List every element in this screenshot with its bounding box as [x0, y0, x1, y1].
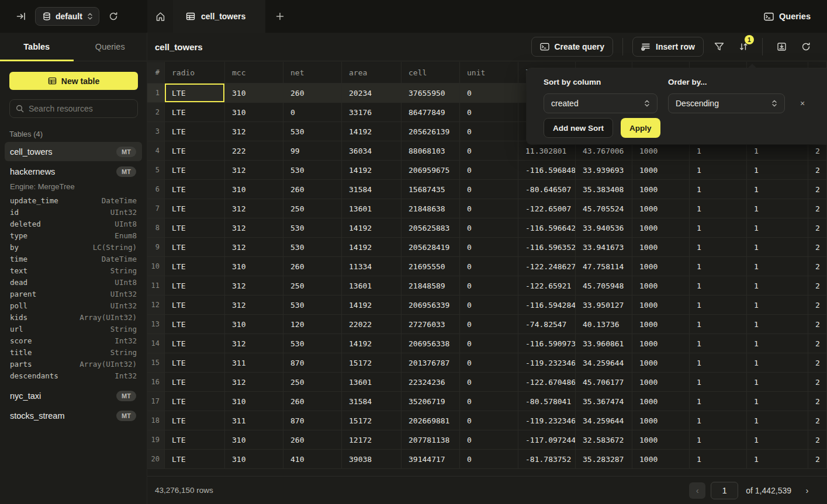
table-cell[interactable]: 2: [808, 411, 827, 430]
table-cell[interactable]: 1: [690, 296, 747, 315]
table-cell[interactable]: 2: [808, 199, 827, 218]
table-cell[interactable]: 1000: [632, 218, 690, 238]
table-cell[interactable]: 222: [225, 141, 283, 161]
table-cell[interactable]: LTE: [165, 84, 225, 103]
table-cell[interactable]: 2: [808, 238, 827, 257]
table-cell[interactable]: -116.590973: [518, 334, 576, 353]
table-cell[interactable]: 2: [808, 353, 827, 373]
table-cell[interactable]: LTE: [165, 392, 225, 411]
table-cell[interactable]: 0: [460, 180, 518, 199]
table-cell[interactable]: -116.596642: [518, 218, 576, 238]
table-cell[interactable]: LTE: [165, 353, 225, 373]
table-cell[interactable]: 32.583672: [576, 430, 632, 450]
table-cell[interactable]: 47.758114: [576, 257, 632, 276]
table-cell[interactable]: 15172: [342, 411, 402, 430]
refresh-table-button[interactable]: [797, 37, 815, 56]
table-cell[interactable]: 1: [690, 199, 747, 218]
table-cell[interactable]: 1000: [632, 373, 690, 392]
table-cell[interactable]: 206956338: [402, 334, 460, 353]
table-cell[interactable]: 0: [460, 353, 518, 373]
table-cell[interactable]: 86477849: [402, 103, 460, 122]
table-cell[interactable]: 1: [690, 430, 747, 450]
table-cell[interactable]: 0: [460, 84, 518, 103]
table-cell[interactable]: -122.248627: [518, 257, 576, 276]
table-cell[interactable]: -74.82547: [518, 315, 576, 334]
table-cell[interactable]: 530: [283, 161, 342, 180]
table-cell[interactable]: 40.13736: [576, 315, 632, 334]
table-cell[interactable]: 88068103: [402, 141, 460, 161]
table-cell[interactable]: -122.65007: [518, 199, 576, 218]
table-cell[interactable]: 1: [690, 315, 747, 334]
table-cell[interactable]: 14192: [342, 218, 402, 238]
filter-button[interactable]: [710, 37, 728, 56]
table-cell[interactable]: 1000: [632, 257, 690, 276]
table-cell[interactable]: 0: [460, 141, 518, 161]
table-cell[interactable]: 0: [460, 238, 518, 257]
table-cell[interactable]: 260: [283, 257, 342, 276]
table-cell[interactable]: 1: [690, 257, 747, 276]
table-cell[interactable]: 21695550: [402, 257, 460, 276]
table-cell[interactable]: LTE: [165, 315, 225, 334]
table-cell[interactable]: 2: [808, 161, 827, 180]
table-cell[interactable]: 205625883: [402, 218, 460, 238]
table-cell[interactable]: 2: [808, 276, 827, 296]
table-cell[interactable]: 1000: [632, 392, 690, 411]
table-cell[interactable]: 0: [460, 161, 518, 180]
table-cell[interactable]: 1: [690, 180, 747, 199]
table-cell[interactable]: 2: [808, 334, 827, 353]
table-cell[interactable]: 1: [747, 161, 808, 180]
table-cell[interactable]: 14192: [342, 161, 402, 180]
table-cell[interactable]: 99: [283, 141, 342, 161]
table-cell[interactable]: 1: [747, 276, 808, 296]
download-button[interactable]: [772, 37, 791, 56]
table-cell[interactable]: 0: [460, 334, 518, 353]
table-cell[interactable]: 31584: [342, 180, 402, 199]
table-cell[interactable]: 15172: [342, 353, 402, 373]
table-cell[interactable]: 1: [690, 450, 747, 469]
table-cell[interactable]: 33.960861: [576, 334, 632, 353]
table-cell[interactable]: 13601: [342, 276, 402, 296]
table-cell[interactable]: LTE: [165, 430, 225, 450]
table-cell[interactable]: 202669881: [402, 411, 460, 430]
table-cell[interactable]: LTE: [165, 180, 225, 199]
table-cell[interactable]: 310: [225, 180, 283, 199]
sidebar-table-item-cell_towers[interactable]: cell_towersMT: [5, 142, 142, 161]
table-cell[interactable]: 1: [747, 257, 808, 276]
collapse-sidebar-icon[interactable]: [13, 8, 29, 25]
table-cell[interactable]: 260: [283, 430, 342, 450]
prev-page-button[interactable]: ‹: [689, 482, 705, 499]
table-cell[interactable]: 35.367474: [576, 392, 632, 411]
table-cell[interactable]: 1: [690, 411, 747, 430]
table-cell[interactable]: 37655950: [402, 84, 460, 103]
table-cell[interactable]: LTE: [165, 296, 225, 315]
table-cell[interactable]: -122.670486: [518, 373, 576, 392]
sort-order-select[interactable]: Descending: [668, 93, 785, 113]
table-cell[interactable]: 310: [225, 392, 283, 411]
table-cell[interactable]: 1000: [632, 353, 690, 373]
database-selector[interactable]: default: [35, 7, 99, 26]
table-cell[interactable]: 310: [225, 103, 283, 122]
table-cell[interactable]: 35.283287: [576, 450, 632, 469]
sort-column-select[interactable]: created: [544, 93, 658, 113]
table-cell[interactable]: 13601: [342, 199, 402, 218]
insert-row-button[interactable]: Insert row: [632, 37, 704, 57]
table-cell[interactable]: 45.705948: [576, 276, 632, 296]
table-cell[interactable]: 21848638: [402, 199, 460, 218]
table-cell[interactable]: 1000: [632, 180, 690, 199]
table-cell[interactable]: 2: [808, 392, 827, 411]
table-cell[interactable]: 0: [460, 450, 518, 469]
table-cell[interactable]: 2: [808, 450, 827, 469]
table-cell[interactable]: 1: [690, 238, 747, 257]
table-cell[interactable]: 45.706177: [576, 373, 632, 392]
table-cell[interactable]: 312: [225, 238, 283, 257]
table-cell[interactable]: LTE: [165, 122, 225, 141]
table-cell[interactable]: 14192: [342, 334, 402, 353]
table-cell[interactable]: 31584: [342, 392, 402, 411]
table-cell[interactable]: 35206719: [402, 392, 460, 411]
table-cell[interactable]: -116.596848: [518, 161, 576, 180]
table-cell[interactable]: 312: [225, 276, 283, 296]
table-cell[interactable]: 1: [747, 180, 808, 199]
table-cell[interactable]: 33.939693: [576, 161, 632, 180]
table-cell[interactable]: 1: [747, 411, 808, 430]
table-cell[interactable]: 12172: [342, 430, 402, 450]
